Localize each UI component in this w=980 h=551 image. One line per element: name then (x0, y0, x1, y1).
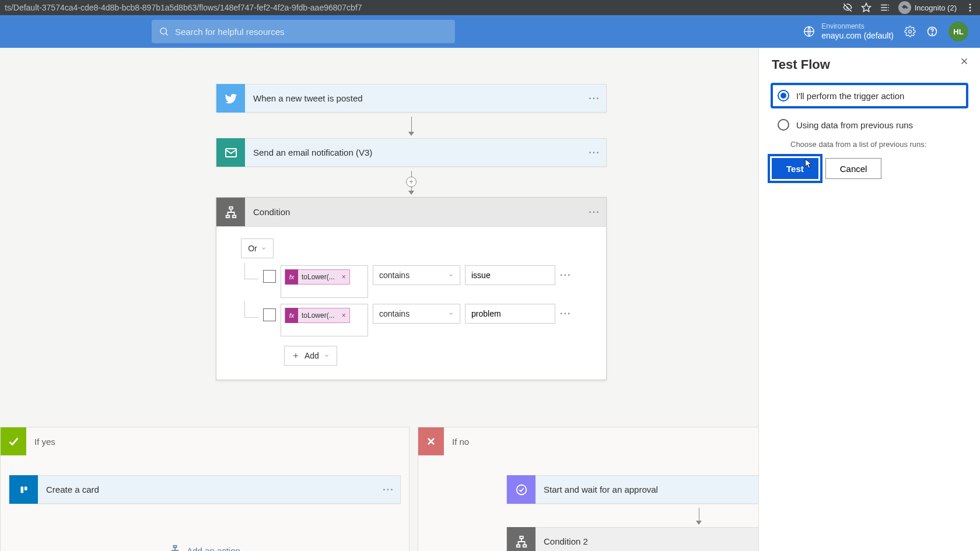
condition-header[interactable]: Condition ··· (216, 198, 606, 227)
settings-icon[interactable] (904, 26, 916, 37)
help-icon[interactable] (926, 26, 938, 37)
trello-title: Create a card (38, 485, 377, 494)
star-icon[interactable] (861, 2, 872, 13)
cancel-button[interactable]: Cancel (825, 158, 882, 179)
operator-label: contains (379, 309, 410, 318)
token-remove-icon[interactable]: × (338, 273, 349, 281)
plus-icon (292, 352, 300, 360)
svg-point-13 (909, 30, 912, 33)
header-right: Environments enayu.com (default) HL (803, 22, 968, 41)
svg-point-9 (970, 10, 971, 12)
card-menu-icon[interactable]: ··· (583, 93, 606, 104)
option-previous-runs[interactable]: Using data from previous runs (772, 113, 967, 136)
twitter-icon (216, 84, 245, 113)
svg-rect-19 (232, 215, 236, 217)
add-action-button[interactable]: Add an action (169, 545, 240, 551)
test-flow-panel: Test Flow I'll perform the trigger actio… (758, 48, 980, 551)
value-right-input[interactable] (465, 304, 555, 324)
user-avatar[interactable]: HL (949, 22, 968, 41)
svg-point-7 (970, 3, 971, 5)
app-header: Environments enayu.com (default) HL (0, 15, 980, 48)
add-condition-button[interactable]: Add (284, 346, 337, 366)
fx-icon: fx (285, 269, 298, 285)
svg-rect-17 (229, 206, 233, 209)
if-yes-label: If yes (26, 437, 55, 447)
svg-point-15 (932, 34, 932, 34)
search-icon (159, 26, 169, 37)
url-text: ts/Default-37574ca4-cde8-4d8b-bcb8-897b1… (5, 3, 362, 12)
browser-menu-icon[interactable] (965, 2, 975, 13)
condition-body: Or fx toLower(... × (216, 227, 606, 380)
card-menu-icon[interactable]: ··· (583, 207, 606, 217)
if-yes-branch: If yes Create a card ··· Add an action (0, 427, 410, 551)
panel-title: Test Flow (772, 57, 967, 72)
incognito-icon (898, 1, 911, 14)
svg-rect-2 (881, 7, 887, 8)
option-manual-trigger[interactable]: I'll perform the trigger action (772, 84, 967, 107)
add-label: Add (304, 351, 319, 360)
incognito-badge[interactable]: Incognito (2) (898, 1, 957, 14)
browser-controls: Incognito (2) (842, 1, 975, 14)
svg-rect-3 (881, 10, 887, 11)
operator-label: contains (379, 271, 410, 280)
add-action-label: Add an action (187, 546, 240, 552)
row-menu-icon[interactable]: ··· (560, 308, 571, 319)
group-operator-label: Or (248, 244, 257, 253)
chevron-down-icon (448, 311, 454, 317)
if-no-label: If no (444, 437, 469, 447)
row-menu-icon[interactable]: ··· (560, 270, 571, 280)
value-left-box[interactable]: fx toLower(... × (281, 265, 368, 298)
environment-selector[interactable]: Environments enayu.com (default) (803, 22, 894, 40)
flow-arrow (411, 113, 412, 138)
svg-rect-31 (520, 536, 523, 538)
condition-rows: fx toLower(... × contains ··· (241, 265, 582, 336)
value-right-input[interactable] (465, 265, 555, 285)
chevron-down-icon (448, 272, 454, 278)
trigger-card[interactable]: When a new tweet is posted ··· (216, 84, 607, 113)
condition-row: fx toLower(... × contains ··· (241, 304, 582, 336)
add-step-button[interactable]: + (406, 177, 416, 187)
group-operator-dropdown[interactable]: Or (241, 238, 274, 258)
expression-token[interactable]: fx toLower(... × (285, 308, 350, 323)
email-card[interactable]: Send an email notification (V3) ··· (216, 138, 607, 167)
svg-rect-33 (523, 545, 526, 547)
svg-point-10 (160, 28, 167, 34)
eye-off-icon[interactable] (842, 2, 853, 13)
card-menu-icon[interactable]: ··· (377, 485, 400, 495)
user-initials: HL (953, 27, 963, 36)
svg-point-8 (970, 7, 971, 9)
chevron-down-icon (261, 245, 267, 251)
flow-arrow (699, 504, 699, 527)
row-checkbox[interactable] (263, 270, 276, 283)
svg-marker-0 (862, 3, 870, 12)
svg-rect-18 (226, 215, 229, 217)
tree-line (244, 301, 258, 318)
token-remove-icon[interactable]: × (338, 311, 349, 320)
svg-point-30 (516, 485, 526, 494)
operator-dropdown[interactable]: contains (373, 304, 460, 324)
search-box[interactable] (152, 20, 455, 43)
panel-actions: Test Cancel (772, 158, 967, 179)
trello-card[interactable]: Create a card ··· (9, 475, 401, 504)
expression-token[interactable]: fx toLower(... × (285, 269, 350, 285)
row-checkbox[interactable] (263, 308, 276, 321)
operator-dropdown[interactable]: contains (373, 265, 460, 285)
radio-icon (778, 119, 789, 131)
test-button[interactable]: Test (772, 158, 818, 179)
radio-icon (778, 90, 789, 101)
value-left-box[interactable]: fx toLower(... × (281, 304, 368, 336)
reading-list-icon[interactable] (880, 2, 890, 13)
fx-icon: fx (285, 308, 298, 323)
option-subtext: Choose data from a list of previous runs… (790, 140, 967, 149)
tree-line (244, 263, 258, 279)
search-input[interactable] (175, 27, 448, 37)
check-icon (1, 427, 26, 455)
card-menu-icon[interactable]: ··· (583, 148, 606, 158)
environment-icon (803, 25, 816, 38)
panel-close-icon[interactable] (959, 56, 970, 66)
svg-rect-1 (881, 5, 887, 6)
svg-rect-6 (888, 10, 889, 11)
condition-icon (216, 198, 245, 226)
condition-card[interactable]: Condition ··· Or fx t (216, 197, 607, 380)
flow-column: When a new tweet is posted ··· Send an e… (216, 84, 607, 380)
